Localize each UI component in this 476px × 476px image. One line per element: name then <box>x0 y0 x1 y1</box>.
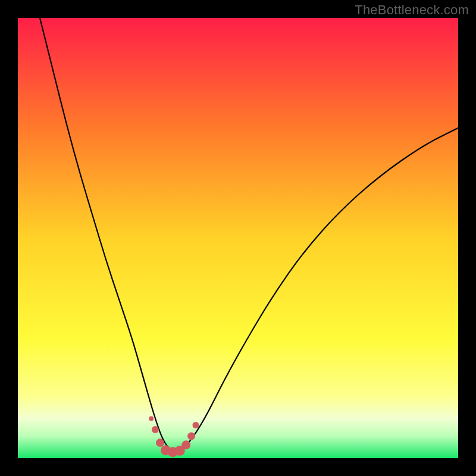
plot-area <box>18 18 458 458</box>
gradient-background <box>18 18 458 458</box>
marker-dot <box>181 440 190 449</box>
marker-dot <box>192 422 199 428</box>
chart-frame: TheBottleneck.com <box>0 0 476 476</box>
bottleneck-chart <box>18 18 458 458</box>
marker-dot <box>152 426 159 433</box>
marker-dot <box>156 439 164 447</box>
watermark-text: TheBottleneck.com <box>355 2 469 18</box>
marker-dot <box>187 433 195 440</box>
marker-dot <box>149 416 154 421</box>
